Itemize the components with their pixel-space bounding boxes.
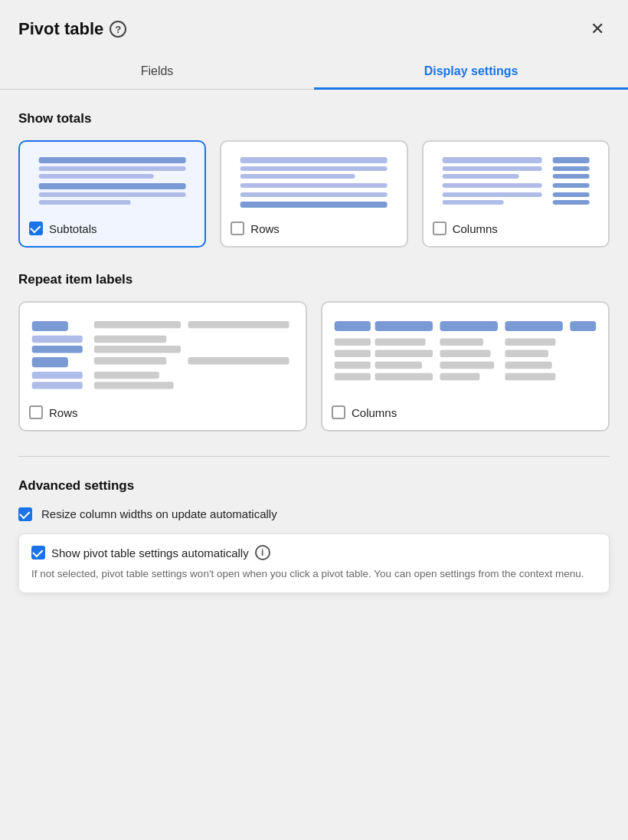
svg-rect-23 bbox=[552, 200, 589, 205]
repeat-rows-svg bbox=[29, 318, 296, 398]
svg-rect-27 bbox=[32, 357, 68, 367]
svg-rect-41 bbox=[505, 321, 562, 331]
advanced-settings: Advanced settings Resize column widths o… bbox=[18, 478, 610, 593]
rows-totals-checkbox[interactable] bbox=[231, 221, 244, 235]
svg-rect-58 bbox=[505, 373, 555, 380]
svg-rect-49 bbox=[440, 350, 490, 357]
subtotals-preview-svg bbox=[29, 153, 195, 214]
close-button[interactable]: ✕ bbox=[585, 17, 610, 41]
svg-rect-5 bbox=[39, 200, 131, 205]
svg-rect-8 bbox=[240, 174, 355, 179]
svg-rect-22 bbox=[552, 192, 589, 197]
svg-rect-13 bbox=[442, 166, 541, 171]
svg-rect-39 bbox=[375, 321, 433, 331]
repeat-cols-checkbox[interactable] bbox=[332, 405, 345, 419]
repeat-rows-visual bbox=[29, 313, 296, 398]
tab-display-settings[interactable]: Display settings bbox=[314, 54, 628, 90]
show-totals-title: Show totals bbox=[18, 111, 610, 126]
svg-rect-46 bbox=[505, 339, 555, 346]
svg-rect-28 bbox=[32, 372, 83, 379]
subtotals-label: Subtotals bbox=[29, 221, 195, 235]
svg-rect-30 bbox=[94, 321, 181, 328]
svg-rect-19 bbox=[552, 166, 589, 171]
advanced-title: Advanced settings bbox=[18, 478, 610, 494]
show-settings-tooltip-box: Show pivot table settings automatically … bbox=[18, 533, 610, 593]
columns-totals-label: Columns bbox=[433, 221, 599, 235]
repeat-rows-label: Rows bbox=[29, 405, 296, 419]
svg-rect-4 bbox=[39, 192, 186, 197]
info-icon[interactable]: i bbox=[255, 545, 270, 560]
svg-rect-11 bbox=[240, 202, 388, 208]
svg-rect-25 bbox=[32, 336, 83, 343]
svg-rect-12 bbox=[442, 157, 541, 163]
show-settings-item: Show pivot table settings automatically … bbox=[18, 533, 610, 593]
svg-rect-20 bbox=[552, 174, 589, 179]
svg-rect-1 bbox=[39, 166, 186, 171]
svg-rect-43 bbox=[335, 339, 371, 346]
svg-rect-53 bbox=[440, 362, 494, 369]
repeat-cols-card[interactable]: Columns bbox=[321, 301, 610, 431]
rows-preview-svg bbox=[231, 153, 397, 214]
svg-rect-52 bbox=[375, 362, 422, 369]
columns-totals-card[interactable]: Columns bbox=[422, 140, 610, 248]
columns-visual bbox=[433, 153, 599, 214]
svg-rect-42 bbox=[570, 321, 596, 331]
svg-rect-32 bbox=[94, 336, 166, 343]
svg-rect-47 bbox=[335, 350, 371, 357]
svg-rect-14 bbox=[442, 174, 518, 179]
svg-rect-18 bbox=[552, 157, 589, 163]
modal-header: Pivot table ? ✕ bbox=[0, 0, 628, 41]
title-text: Pivot table bbox=[18, 19, 103, 39]
tooltip-description: If not selected, pivot table settings wo… bbox=[31, 566, 597, 582]
columns-preview-svg bbox=[433, 153, 599, 214]
subtotals-visual bbox=[29, 153, 195, 214]
svg-rect-6 bbox=[240, 157, 388, 163]
repeat-cols-visual bbox=[332, 313, 599, 398]
svg-rect-3 bbox=[39, 183, 186, 189]
svg-rect-36 bbox=[94, 372, 159, 379]
svg-rect-51 bbox=[335, 362, 371, 369]
show-settings-label: Show pivot table settings automatically bbox=[51, 546, 249, 559]
svg-rect-29 bbox=[32, 382, 83, 389]
content-area: Show totals bbox=[0, 90, 628, 627]
svg-rect-37 bbox=[94, 382, 174, 389]
repeat-cols-svg bbox=[332, 318, 599, 398]
svg-rect-48 bbox=[375, 350, 433, 357]
show-settings-title-row: Show pivot table settings automatically … bbox=[31, 545, 597, 560]
rows-visual bbox=[231, 153, 397, 214]
svg-rect-45 bbox=[440, 339, 483, 346]
svg-rect-9 bbox=[240, 183, 388, 188]
section-divider bbox=[18, 456, 610, 457]
svg-rect-2 bbox=[39, 174, 154, 179]
svg-rect-56 bbox=[375, 373, 433, 380]
modal: Pivot table ? ✕ Fields Display settings … bbox=[0, 0, 628, 840]
modal-title: Pivot table ? bbox=[18, 19, 126, 39]
svg-rect-57 bbox=[440, 373, 479, 380]
svg-rect-21 bbox=[552, 183, 589, 188]
repeat-rows-checkbox[interactable] bbox=[29, 405, 43, 419]
repeat-cols-label: Columns bbox=[332, 405, 599, 419]
tab-fields[interactable]: Fields bbox=[0, 54, 314, 90]
repeat-rows-card[interactable]: Rows bbox=[18, 301, 307, 431]
svg-rect-26 bbox=[32, 346, 83, 353]
subtotals-checkbox[interactable] bbox=[29, 221, 43, 235]
resize-checkbox[interactable] bbox=[18, 507, 32, 521]
show-totals-options: Subtotals bbox=[18, 140, 610, 248]
svg-rect-33 bbox=[94, 346, 181, 353]
resize-label: Resize column widths on update automatic… bbox=[41, 507, 277, 520]
show-settings-checkbox[interactable] bbox=[31, 546, 45, 559]
svg-rect-34 bbox=[94, 357, 166, 364]
repeat-labels-title: Repeat item labels bbox=[18, 272, 610, 287]
subtotals-card[interactable]: Subtotals bbox=[18, 140, 206, 248]
svg-rect-55 bbox=[335, 373, 371, 380]
rows-totals-card[interactable]: Rows bbox=[220, 140, 407, 248]
rows-totals-label: Rows bbox=[231, 221, 397, 235]
svg-rect-54 bbox=[505, 362, 551, 369]
svg-rect-35 bbox=[188, 357, 289, 364]
svg-rect-44 bbox=[375, 339, 426, 346]
columns-totals-checkbox[interactable] bbox=[433, 221, 446, 235]
tabs-container: Fields Display settings bbox=[0, 54, 628, 90]
svg-rect-7 bbox=[240, 166, 388, 171]
help-icon[interactable]: ? bbox=[110, 21, 126, 38]
svg-rect-0 bbox=[39, 157, 186, 163]
